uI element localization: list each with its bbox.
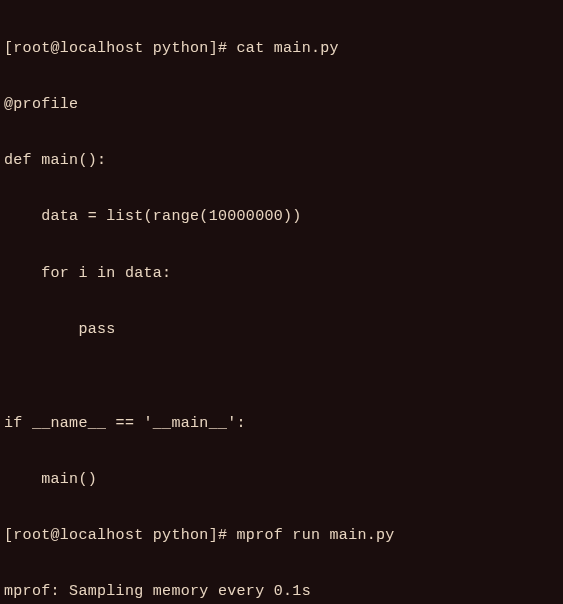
code-line: def main():: [4, 152, 559, 171]
code-line: @profile: [4, 96, 559, 115]
terminal-line: [root@localhost python]# mprof run main.…: [4, 527, 559, 546]
code-line: pass: [4, 321, 559, 340]
shell-command: mprof run main.py: [237, 527, 395, 544]
code-line: for i in data:: [4, 265, 559, 284]
shell-prompt: [root@localhost python]#: [4, 40, 237, 57]
terminal-window[interactable]: [root@localhost python]# cat main.py @pr…: [4, 2, 559, 604]
shell-command: cat main.py: [237, 40, 339, 57]
code-line: main(): [4, 471, 559, 490]
terminal-line: [root@localhost python]# cat main.py: [4, 40, 559, 59]
shell-prompt: [root@localhost python]#: [4, 527, 237, 544]
output-line: mprof: Sampling memory every 0.1s: [4, 583, 559, 602]
code-line: data = list(range(10000000)): [4, 208, 559, 227]
code-line: if __name__ == '__main__':: [4, 415, 559, 434]
